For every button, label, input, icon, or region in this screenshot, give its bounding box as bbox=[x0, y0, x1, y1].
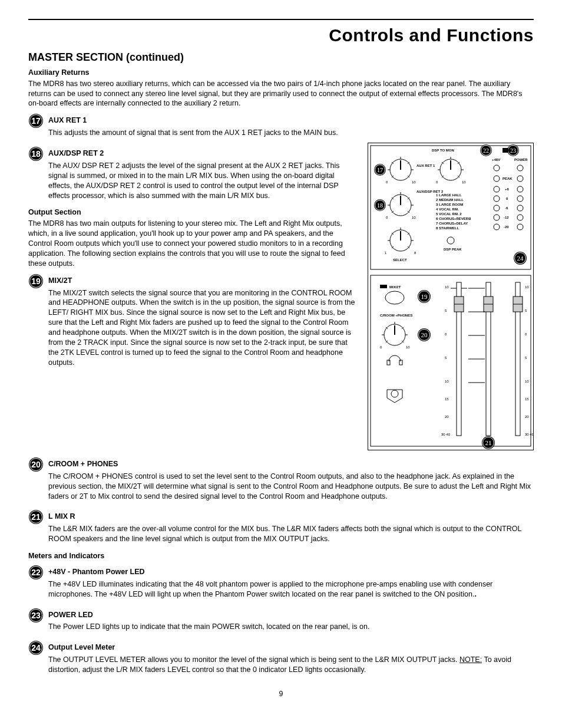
top-rule bbox=[28, 19, 534, 20]
svg-text:C/ROOM +PHONES: C/ROOM +PHONES bbox=[380, 314, 412, 317]
svg-point-128 bbox=[391, 390, 398, 397]
svg-text:17: 17 bbox=[31, 116, 41, 126]
fader-l bbox=[451, 282, 467, 436]
svg-text:10: 10 bbox=[525, 285, 529, 289]
svg-text:20: 20 bbox=[31, 460, 41, 469]
svg-point-69 bbox=[494, 176, 500, 182]
item-17-title: AUX RET 1 bbox=[48, 116, 534, 126]
svg-text:24: 24 bbox=[517, 255, 524, 262]
svg-text:10: 10 bbox=[462, 180, 466, 184]
svg-text:10: 10 bbox=[525, 380, 529, 383]
svg-text:0: 0 bbox=[506, 197, 508, 200]
item-20-title: C/ROOM + PHONES bbox=[48, 459, 534, 469]
svg-text:24: 24 bbox=[31, 643, 41, 653]
svg-rect-105 bbox=[380, 285, 387, 288]
svg-text:21: 21 bbox=[485, 439, 492, 446]
badge-17-icon: 17 bbox=[28, 113, 45, 129]
mix-2t-button bbox=[385, 291, 404, 304]
svg-text:18: 18 bbox=[377, 202, 383, 209]
item-22: 22 +48V - Phantom Power LED The +48V LED… bbox=[28, 565, 534, 604]
svg-point-80 bbox=[517, 205, 523, 211]
item-18: 18 AUX/DSP RET 2 The AUX/ DSP RET 2 adju… bbox=[28, 146, 358, 205]
item-24: 24 Output Level Meter The OUTPUT LEVEL M… bbox=[28, 640, 534, 680]
svg-text:15: 15 bbox=[445, 397, 449, 401]
svg-text:20: 20 bbox=[525, 415, 529, 419]
svg-text:10: 10 bbox=[406, 345, 410, 349]
item-19-body: The MIX/2T switch selects the signal sou… bbox=[48, 288, 358, 368]
croom-phones-knob: 010 bbox=[380, 322, 410, 349]
svg-text:30 40: 30 40 bbox=[441, 433, 451, 436]
svg-point-72 bbox=[494, 186, 500, 192]
badge-23-icon: 23 bbox=[28, 608, 45, 623]
master-section-diagram: DSP TO MON 010 AUX RET 1 17 bbox=[368, 143, 534, 453]
item-19-title: MIX/2T bbox=[48, 276, 358, 286]
badge-21-icon: 21 bbox=[28, 509, 45, 525]
svg-text:20: 20 bbox=[421, 331, 428, 338]
badge-20-icon: 20 bbox=[28, 457, 45, 472]
svg-text:18: 18 bbox=[31, 149, 41, 159]
svg-text:10: 10 bbox=[412, 180, 416, 184]
svg-text:PEAK: PEAK bbox=[503, 177, 513, 180]
svg-text:8: 8 bbox=[414, 251, 416, 255]
svg-text:-6: -6 bbox=[505, 206, 508, 210]
svg-rect-126 bbox=[399, 360, 402, 365]
item-21-body: The L&R MIX faders are the over-all volu… bbox=[48, 524, 534, 544]
item-18-title: AUX/DSP RET 2 bbox=[48, 149, 358, 159]
svg-point-39 bbox=[517, 165, 523, 171]
page-number: 9 bbox=[28, 689, 534, 699]
output-level-meter: +6 0 -6 -12 -20 bbox=[494, 186, 523, 230]
meters-heading: Meters and Indicators bbox=[28, 551, 534, 561]
item-19: 19 MIX/2T The MIX/2T switch selects the … bbox=[28, 274, 358, 373]
svg-text:-20: -20 bbox=[504, 225, 509, 229]
svg-text:5: 5 bbox=[445, 356, 447, 360]
diagram-badge-23-icon: 23 bbox=[507, 144, 519, 156]
svg-text:MIX/2T: MIX/2T bbox=[389, 285, 401, 289]
svg-text:0: 0 bbox=[436, 180, 438, 184]
svg-text:3 LARGE ROOM: 3 LARGE ROOM bbox=[436, 203, 463, 206]
svg-text:1: 1 bbox=[385, 251, 387, 255]
item-23-title: POWER LED bbox=[48, 610, 534, 620]
svg-text:10: 10 bbox=[445, 380, 449, 383]
svg-text:-12: -12 bbox=[504, 216, 509, 219]
svg-text:1 LARGE HALL: 1 LARGE HALL bbox=[436, 193, 462, 197]
item-23: 23 POWER LED The Power LED lights up to … bbox=[28, 608, 534, 637]
diagram-badge-24-icon: 24 bbox=[514, 252, 527, 265]
svg-marker-127 bbox=[387, 390, 402, 403]
item-17: 17 AUX RET 1 This adjusts the amount of … bbox=[28, 113, 534, 143]
fader-3 bbox=[513, 282, 523, 436]
dsp-to-mon-knob: 010 bbox=[436, 157, 466, 184]
svg-text:19: 19 bbox=[31, 276, 41, 286]
svg-text:8 STAIRWELL: 8 STAIRWELL bbox=[436, 226, 459, 230]
svg-text:7 CHORUS+DELAY: 7 CHORUS+DELAY bbox=[436, 222, 468, 225]
svg-text:5: 5 bbox=[525, 356, 527, 360]
svg-point-74 bbox=[517, 186, 523, 192]
svg-text:POWER: POWER bbox=[514, 158, 528, 162]
svg-text:15: 15 bbox=[525, 397, 529, 401]
svg-text:23: 23 bbox=[510, 147, 516, 154]
section-title: MASTER SECTION (continued) bbox=[28, 50, 534, 64]
svg-point-81 bbox=[494, 215, 500, 220]
svg-point-77 bbox=[517, 196, 523, 202]
select-knob: 18 SELECT bbox=[385, 228, 416, 262]
svg-point-83 bbox=[517, 215, 523, 220]
unknown-block-icon bbox=[503, 148, 508, 153]
svg-text:0: 0 bbox=[386, 216, 388, 219]
svg-text:5 VOCAL RM. 2: 5 VOCAL RM. 2 bbox=[436, 212, 462, 216]
aux-returns-heading: Auxiliary Returns bbox=[28, 68, 534, 78]
fader-r bbox=[484, 282, 493, 436]
diagram-badge-18-icon: 18 bbox=[374, 199, 386, 211]
headphone-jack-icon bbox=[387, 390, 402, 403]
item-21: 21 L MIX R The L&R MIX faders are the ov… bbox=[28, 509, 534, 549]
svg-text:23: 23 bbox=[31, 611, 41, 620]
item-21-title: L MIX R bbox=[48, 512, 534, 522]
svg-text:0: 0 bbox=[386, 180, 388, 184]
svg-point-75 bbox=[494, 196, 500, 202]
svg-point-71 bbox=[517, 176, 523, 182]
svg-text:0: 0 bbox=[445, 332, 447, 336]
svg-text:22: 22 bbox=[31, 568, 41, 577]
svg-text:5: 5 bbox=[445, 309, 447, 312]
svg-point-84 bbox=[494, 224, 500, 230]
svg-text:5: 5 bbox=[525, 309, 527, 312]
svg-point-78 bbox=[494, 205, 500, 211]
svg-text:10: 10 bbox=[445, 285, 449, 289]
